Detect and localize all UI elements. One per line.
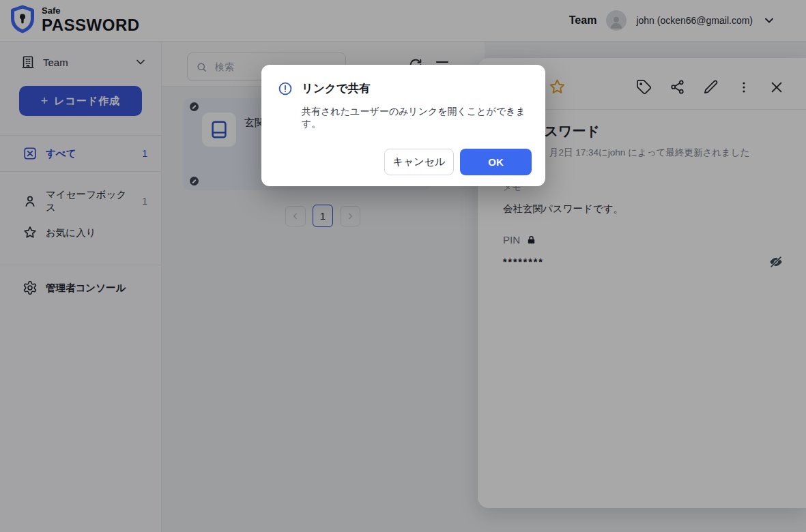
- app-window: Safe PASSWORD Team john (ocken66@gmail.c…: [0, 0, 806, 532]
- ok-button[interactable]: OK: [460, 149, 532, 175]
- dialog-message: 共有されたユーザーのみリンクを開くことができます。: [302, 106, 532, 130]
- dialog-title: リンクで共有: [302, 81, 371, 96]
- info-circle-icon: [278, 81, 293, 96]
- share-link-dialog: リンクで共有 共有されたユーザーのみリンクを開くことができます。 キャンセル O…: [261, 65, 545, 186]
- cancel-button[interactable]: キャンセル: [384, 149, 454, 175]
